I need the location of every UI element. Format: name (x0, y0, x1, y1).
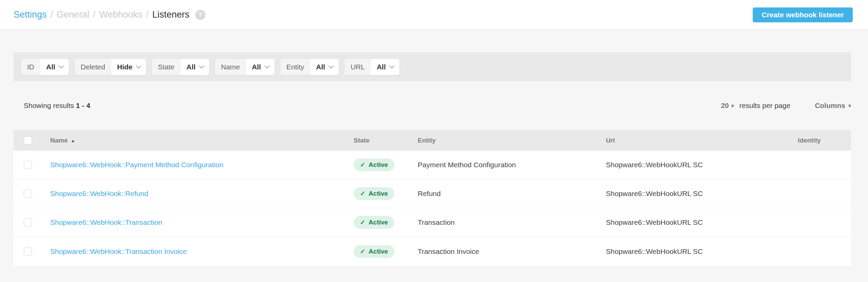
url-cell: Shopware6::WebHookURL SC (606, 161, 798, 169)
status-label: Active (369, 248, 388, 255)
breadcrumb-listeners: Listeners (152, 9, 190, 20)
table-row: Shopware6::WebHook::Transaction ✓ Active… (14, 208, 851, 237)
table-body: Shopware6::WebHook::Payment Method Confi… (14, 151, 851, 266)
listener-name-link[interactable]: Shopware6::WebHook::Transaction (50, 218, 162, 226)
breadcrumb-separator: / (146, 9, 149, 20)
row-checkbox[interactable] (24, 161, 32, 169)
column-header-label: Name (50, 137, 68, 144)
row-checkbox[interactable] (24, 190, 32, 198)
status-label: Active (369, 219, 388, 226)
per-page-label: results per page (739, 102, 791, 110)
check-icon: ✓ (360, 190, 365, 197)
chevron-down-icon (329, 63, 334, 69)
entity-cell: Payment Method Configuration (418, 161, 606, 169)
filter-bar: ID All Deleted Hide State All Name All E… (14, 52, 851, 81)
listener-name-link[interactable]: Shopware6::WebHook::Transaction Invoice (50, 247, 187, 255)
url-cell: Shopware6::WebHookURL SC (606, 247, 798, 256)
table-header: Name ▲ State Entity Url Identity (14, 130, 851, 151)
chevron-down-icon (389, 63, 394, 69)
check-icon: ✓ (360, 161, 365, 169)
filter-state[interactable]: State All (152, 59, 209, 75)
column-header-identity[interactable]: Identity (798, 137, 851, 144)
per-page-value: 20 (721, 102, 729, 110)
entity-cell: Transaction Invoice (418, 247, 606, 256)
column-header-entity[interactable]: Entity (418, 137, 606, 144)
filter-label: Name (215, 59, 246, 75)
select-all-checkbox[interactable] (24, 136, 32, 145)
chevron-down-icon (136, 63, 141, 69)
breadcrumb-webhooks[interactable]: Webhooks (99, 9, 142, 20)
entity-cell: Refund (418, 190, 606, 198)
filter-value: All (186, 63, 196, 71)
help-icon[interactable]: ? (195, 10, 205, 20)
column-header-name[interactable]: Name ▲ (50, 137, 354, 144)
filter-entity[interactable]: Entity All (280, 59, 339, 75)
listener-name-link[interactable]: Shopware6::WebHook::Refund (50, 190, 148, 197)
page-content: ID All Deleted Hide State All Name All E… (14, 52, 851, 266)
status-label: Active (369, 190, 388, 197)
breadcrumb-general[interactable]: General (57, 9, 89, 20)
breadcrumb-separator: / (93, 9, 96, 20)
status-badge: ✓ Active (354, 245, 394, 258)
check-icon: ✓ (360, 219, 365, 226)
column-header-state[interactable]: State (354, 137, 418, 144)
filter-id[interactable]: ID All (21, 59, 69, 75)
filter-value: All (46, 63, 55, 71)
chevron-down-icon (199, 63, 204, 69)
table-row: Shopware6::WebHook::Refund ✓ Active Refu… (14, 179, 851, 208)
status-badge: ✓ Active (354, 158, 394, 171)
check-icon: ✓ (360, 248, 365, 255)
status-badge: ✓ Active (354, 187, 394, 200)
filter-url[interactable]: URL All (344, 59, 399, 75)
breadcrumb: Settings / General / Webhooks / Listener… (14, 9, 205, 20)
columns-button[interactable]: Columns ▾ (815, 102, 851, 110)
listener-name-link[interactable]: Shopware6::WebHook::Payment Method Confi… (50, 161, 223, 169)
chevron-down-icon (264, 63, 270, 69)
results-count-range: 1 - 4 (76, 102, 90, 109)
entity-cell: Transaction (418, 218, 606, 226)
filter-deleted[interactable]: Deleted Hide (75, 59, 146, 75)
filter-value: All (316, 63, 325, 71)
columns-label: Columns (815, 102, 845, 110)
filter-label: URL (344, 59, 371, 75)
url-cell: Shopware6::WebHookURL SC (606, 190, 798, 198)
caret-down-icon: ▾ (731, 103, 734, 109)
top-bar: Settings / General / Webhooks / Listener… (0, 0, 868, 30)
results-bar: Showing results 1 - 4 20 ▾ results per p… (14, 100, 851, 111)
results-count-label: Showing results (24, 102, 74, 109)
create-webhook-listener-button[interactable]: Create webhook listener (753, 7, 853, 22)
chevron-down-icon (59, 63, 64, 69)
filter-label: Entity (280, 59, 311, 75)
filter-value: All (377, 63, 386, 71)
results-count: Showing results 1 - 4 (14, 102, 90, 110)
table-row: Shopware6::WebHook::Transaction Invoice … (14, 237, 851, 266)
breadcrumb-separator: / (51, 9, 53, 20)
filter-name[interactable]: Name All (215, 59, 275, 75)
sort-asc-icon: ▲ (71, 138, 75, 143)
table-row: Shopware6::WebHook::Payment Method Confi… (14, 151, 851, 179)
per-page-select[interactable]: 20 ▾ (721, 102, 734, 110)
filter-label: State (152, 59, 181, 75)
filter-value: Hide (117, 63, 133, 71)
url-cell: Shopware6::WebHookURL SC (606, 218, 798, 226)
row-checkbox[interactable] (24, 218, 32, 226)
filter-label: ID (21, 59, 40, 75)
column-header-url[interactable]: Url (606, 137, 798, 144)
filter-value: All (252, 63, 261, 71)
status-badge: ✓ Active (354, 216, 394, 229)
row-checkbox[interactable] (24, 247, 32, 256)
breadcrumb-settings[interactable]: Settings (14, 9, 47, 20)
listeners-table: Name ▲ State Entity Url Identity Shopwar… (14, 130, 851, 266)
filter-label: Deleted (75, 59, 111, 75)
caret-down-icon: ▾ (848, 103, 851, 109)
status-label: Active (369, 161, 388, 169)
